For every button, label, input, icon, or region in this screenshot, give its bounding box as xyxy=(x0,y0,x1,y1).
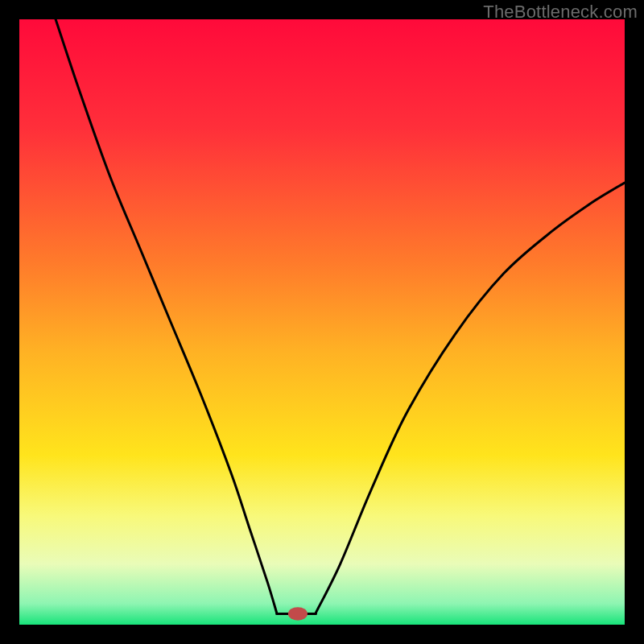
gradient-background xyxy=(19,19,625,625)
optimal-marker xyxy=(288,607,308,621)
plot-area xyxy=(19,19,625,625)
chart-frame: TheBottleneck.com xyxy=(0,0,644,644)
bottleneck-chart xyxy=(19,19,625,625)
